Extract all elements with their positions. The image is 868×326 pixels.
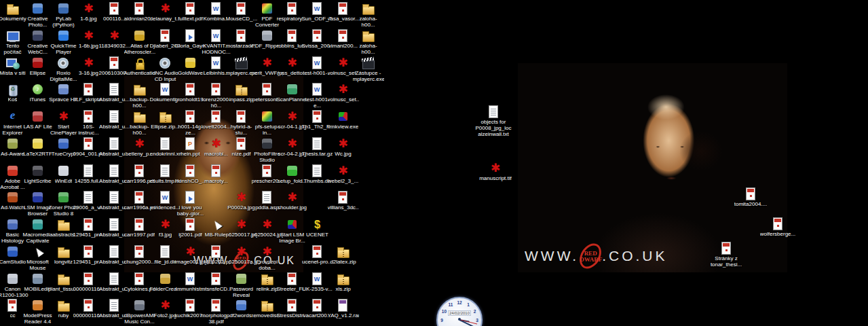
desktop-icon-svissa-200[interactable]: Svissa_200...	[305, 29, 330, 50]
desktop-icon-vimani200[interactable]: vimani200...	[331, 29, 356, 50]
desktop-icon-thesis-tar-gz[interactable]: Thesis.tar.gz	[305, 137, 330, 158]
desktop-icon-pddla-asp[interactable]: pddla.asp	[254, 191, 280, 211]
desktop-icon-16s-instruc[interactable]: 16S-instruc...	[76, 110, 101, 137]
desktop-icon-betleny-p[interactable]: betleny_p...	[127, 137, 152, 158]
desktop-icon-mplayerc-exe[interactable]: mplayerc.exe	[229, 56, 254, 77]
desktop-icon-fulltext-pdf[interactable]: fulltext.pdf	[178, 2, 203, 22]
desktop-icon-prescher20[interactable]: prescher20...	[254, 164, 280, 185]
desktop-icon-volnusc-set[interactable]: volnusc_set...	[331, 83, 356, 103]
desktop-icon-wc-jpg[interactable]: Wc.jpg	[331, 137, 356, 158]
desktop-icon-immunhist[interactable]: Immunhist...	[178, 272, 203, 293]
desktop-icon-129451-pro[interactable]: 129451_pro...	[76, 218, 101, 238]
desktop-icon-carr1996a-pdf[interactable]: carr1996a.pdf	[127, 191, 152, 211]
desktop-icon-zaloha-h00[interactable]: zaloha-h00...	[356, 29, 381, 56]
desktop-icon-abstrakt-u[interactable]: Abstrakt_u...	[102, 164, 127, 185]
desktop-icon-morpholog-38-pdf[interactable]: morpholog... 38.pdf	[204, 299, 229, 325]
desktop-icon-tomita2004[interactable]: tomita2004....	[728, 187, 773, 208]
desktop-icon-test-h001[interactable]: test-h001-...	[305, 56, 330, 77]
desktop-icon-gloria-gayn[interactable]: Gloria_Gayn...	[178, 29, 203, 50]
desktop-icon-itunes[interactable]: iTunes	[25, 83, 50, 103]
desktop-icon-000000116[interactable]: 000000116....	[76, 272, 101, 293]
desktop-icon-abstrakt-u[interactable]: Abstrakt_u...	[102, 218, 127, 238]
desktop-icon-photofiltre-studio[interactable]: PhotoFiltre Studio	[254, 137, 280, 164]
desktop-icon-roxio-digitalme[interactable]: Roxio DigitalMe...	[51, 56, 76, 83]
desktop-icon-setup-fold[interactable]: setup_fold...	[280, 164, 305, 185]
desktop-icon-abstrakt-u[interactable]: Abstrakt_u...	[102, 137, 127, 158]
desktop-icon-start-lsm-image-br[interactable]: Start LSM Image Br...	[280, 218, 305, 244]
desktop-icon-vasa-vasor[interactable]: vasa_vasor...	[331, 2, 356, 22]
desktop-icon-latex2rtf[interactable]: LaTeX2RTF	[25, 137, 50, 158]
desktop-icon-stressdistri[interactable]: StressDistri...	[280, 299, 305, 319]
desktop-icon-xls-zip[interactable]: xls.zip	[331, 272, 356, 293]
desktop-icon-ad-aware[interactable]: Ad-Aware	[0, 137, 25, 158]
desktop-icon-thumbs-db[interactable]: Thumbs.db	[305, 164, 330, 185]
desktop-icon-abstracts[interactable]: abstracts	[51, 218, 76, 238]
desktop-icon-gronholdt19[interactable]: gronholdt19...	[178, 83, 203, 103]
desktop-icon-creative-photo[interactable]: Creative Photo...	[25, 2, 50, 29]
desktop-icon-carr1996-pdf[interactable]: carr1996.pdf	[127, 164, 152, 185]
desktop-icon-mostarzade[interactable]: mostarzade...	[229, 29, 254, 50]
desktop-icon-kombina[interactable]: Kombina...	[204, 2, 229, 22]
desktop-icon-z-stupce-mplayerc-exe[interactable]: Zástupce - mplayerc.exe	[356, 56, 381, 83]
desktop-icon-respiratory[interactable]: respiratory....	[280, 2, 305, 22]
desktop-icon-plant-tissu[interactable]: plant_tissu...	[51, 272, 76, 293]
desktop-icon-str-nky-z-tonar-thesi[interactable]: Stránky z tonar_thesi...	[704, 242, 749, 268]
desktop-icon-longvitz[interactable]: longvitz	[51, 245, 76, 266]
desktop-icon-m-sta-v-s-ti[interactable]: Místa v síti	[0, 56, 25, 77]
desktop-icon-villians-3dc[interactable]: villians_3dc...	[331, 191, 356, 211]
desktop-icon-start-cineplayer[interactable]: Start CinePlayer	[51, 110, 76, 137]
desktop-icon-hunshco[interactable]: HunshCO_...	[178, 164, 203, 185]
desktop-icon-evidenced[interactable]: evidenced...	[153, 191, 178, 211]
desktop-icon-robbins-lun[interactable]: robbins_lun...	[280, 29, 305, 50]
desktop-icon-foto2-jpg[interactable]: Foto2.jpg	[153, 299, 178, 319]
desktop-icon-scanplanne[interactable]: ScanPlanne...	[280, 83, 305, 103]
desktop-icon-i-love-you-baby-glor[interactable]: i love you baby-glor...	[178, 191, 203, 217]
desktop-icon-29006-a-v[interactable]: 29006_a_v...	[76, 191, 101, 211]
desktop-icon-dnc-audio-cd-input[interactable]: dNC Audio CD Input	[153, 56, 178, 83]
desktop-icon-truecrypt[interactable]: TrueCrypt	[51, 137, 76, 158]
desktop-icon-tento-po-ta[interactable]: Tento počítač	[0, 29, 25, 56]
desktop-icon-ad-watch[interactable]: Ad-Watch	[0, 191, 25, 211]
desktop-icon-internet-explorer[interactable]: Internet Explorer	[0, 110, 25, 137]
desktop-icon-pylab-ipython[interactable]: PyLab (IPython)	[51, 2, 76, 29]
desktop-icon-creative-webc[interactable]: Creative WebC...	[25, 29, 50, 56]
desktop-icon-nize-pdf[interactable]: nize.pdf	[229, 137, 254, 158]
desktop-icon-kvantit-hodnoc[interactable]: KVANTIT... HODNOC...	[204, 29, 229, 56]
desktop-icon-lovett2004[interactable]: lovett2004...	[204, 110, 229, 130]
desktop-icon-aidnnian20[interactable]: aidnnian20...	[127, 2, 152, 22]
desktop-icon-14255-full[interactable]: 14255.full...	[76, 164, 101, 185]
desktop-icon-sun-odf-t[interactable]: Sun_ODF_T...	[305, 2, 330, 22]
desktop-icon-1-6-jpg[interactable]: 1-6.jpg	[76, 2, 101, 22]
desktop-icon-relink-zip[interactable]: relink.zip	[254, 272, 280, 293]
desktop-icon-scr-04-2-jpg[interactable]: scr-04-2.jpg	[280, 137, 305, 158]
desktop-icon-yaq-v1-2-rar[interactable]: YAQ_v1.2.rar	[331, 299, 356, 319]
desktop-icon-129451-pr[interactable]: 129451_pr....	[76, 245, 101, 266]
desktop-icon-abstrakt-u[interactable]: Abstrakt_u...	[102, 191, 127, 211]
desktop-icon-carr1997-pdf[interactable]: carr1997.pdf	[127, 218, 152, 238]
desktop-icon-modelpress-reader-4-4[interactable]: ModelPress Reader 4.4	[25, 299, 50, 325]
desktop-icon-p6250024-jpg[interactable]: p6250024.jpg	[254, 218, 280, 238]
desktop-icon-foldercrea[interactable]: FolderCrea...	[153, 272, 178, 293]
desktop-icon-lsm-image-browser[interactable]: LSM Image Browser	[25, 191, 50, 217]
desktop-icon-pdf-rippe[interactable]: PDF_Rippe...	[254, 29, 280, 50]
desktop-icon-authentication[interactable]: Authentication	[127, 56, 152, 77]
desktop-icon-me0202[interactable]: ME0202...	[204, 245, 229, 266]
desktop-icon-test-h001-e[interactable]: test-h001-e...	[305, 83, 330, 109]
desktop-icon-dokumenti[interactable]: Dokumenti....	[153, 83, 178, 103]
desktop-icon-delaunay-t[interactable]: delaunay_t...	[153, 2, 178, 22]
desktop-icon-mobiledit[interactable]: MOBILedit!	[25, 272, 50, 293]
desktop-icon-ucenet[interactable]: UCENET	[305, 218, 330, 238]
desktop-icon-kuchik2007[interactable]: kuchik2007....	[178, 299, 203, 319]
desktop-icon-cytokines-pdf[interactable]: Cytokines.pdf	[127, 272, 152, 293]
desktop-icon-vacart200[interactable]: vacart200...	[305, 299, 330, 319]
desktop-icon-file-jd-dir[interactable]: file_jd.dir	[153, 245, 178, 266]
desktop-icon-lelbinhis[interactable]: Lelbinhis...	[204, 56, 229, 77]
desktop-icon-esults-tmp-txt[interactable]: esults.tmp.txt	[153, 164, 178, 185]
desktop-icon-objects-for-p0008-jpg-loc-alzein[interactable]: objects for P0008_jpg_loc alzeinwall.txt	[471, 105, 516, 138]
desktop-icon-abstrakt-u[interactable]: Abstrakt_u...	[102, 110, 127, 130]
desktop-icon-lorenz2000-h0[interactable]: lorenz2000-h0...	[204, 83, 229, 109]
desktop-icon-password-reveal[interactable]: Password Reveal	[229, 272, 254, 299]
desktop-icon-spr-vce-hp[interactable]: Správce HP	[51, 83, 76, 103]
desktop-icon-3-16-jpg[interactable]: 3-16.jpg	[76, 56, 101, 77]
desktop-icon-canon-ir1200-1300[interactable]: Canon iR1200-1300	[0, 272, 25, 299]
